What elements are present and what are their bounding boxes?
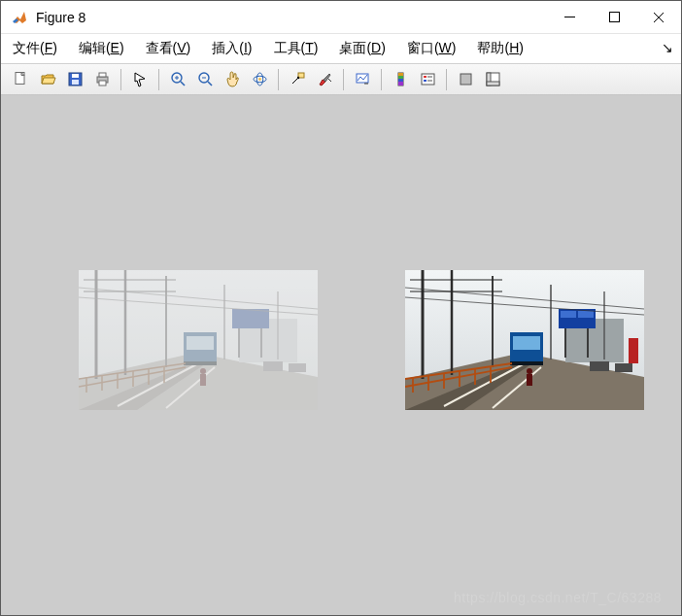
save-button[interactable] — [62, 67, 87, 92]
toolbar-separator — [343, 69, 344, 90]
svg-rect-9 — [99, 73, 106, 77]
svg-rect-32 — [424, 80, 426, 82]
brush-button[interactable] — [312, 67, 337, 92]
svg-rect-105 — [527, 374, 532, 386]
svg-rect-107 — [615, 363, 632, 372]
svg-rect-26 — [398, 73, 403, 76]
toolbar-separator — [278, 69, 279, 90]
link-plots-button[interactable] — [350, 67, 375, 92]
subplot-left-image[interactable] — [79, 270, 318, 410]
svg-rect-106 — [590, 361, 609, 371]
window-title: Figure 8 — [36, 10, 547, 25]
edit-plot-button[interactable] — [127, 67, 153, 92]
rotate3d-button[interactable] — [247, 67, 272, 92]
menu-help[interactable]: 帮助(H) — [477, 40, 523, 57]
svg-rect-80 — [561, 311, 576, 318]
close-button[interactable] — [636, 1, 681, 34]
svg-rect-7 — [72, 80, 79, 85]
svg-point-20 — [258, 78, 261, 81]
title-bar: Figure 8 — [1, 1, 681, 34]
menu-edit[interactable]: 编辑(E) — [79, 40, 124, 57]
toolbar-separator — [381, 69, 382, 90]
zoom-out-button[interactable] — [192, 67, 218, 92]
figure-canvas[interactable]: https://blog.csdn.net/T_C/63288 — [1, 95, 681, 615]
svg-rect-38 — [487, 82, 499, 86]
svg-rect-35 — [460, 74, 471, 85]
svg-point-23 — [296, 77, 298, 79]
svg-rect-81 — [578, 311, 594, 318]
pan-button[interactable] — [220, 67, 245, 92]
svg-rect-85 — [513, 336, 540, 350]
svg-line-22 — [292, 78, 298, 84]
menu-file[interactable]: 文件(F) — [13, 40, 57, 57]
svg-rect-108 — [629, 338, 638, 363]
show-plot-tools-button[interactable] — [480, 67, 505, 92]
svg-rect-30 — [422, 74, 434, 85]
subplot-right-image[interactable] — [405, 270, 644, 410]
svg-line-12 — [181, 82, 185, 86]
menu-bar: 文件(F) 编辑(E) 查看(V) 插入(I) 工具(T) 桌面(D) 窗口(W… — [1, 34, 681, 63]
svg-rect-28 — [398, 79, 403, 82]
svg-rect-6 — [72, 74, 79, 78]
data-cursor-button[interactable] — [285, 67, 310, 92]
insert-colorbar-button[interactable] — [388, 67, 413, 92]
minimize-button[interactable] — [547, 1, 592, 34]
menu-insert[interactable]: 插入(I) — [212, 40, 252, 57]
zoom-in-button[interactable] — [165, 67, 190, 92]
new-figure-button[interactable] — [8, 67, 33, 92]
toolbar-separator — [120, 69, 121, 90]
menu-window[interactable]: 窗口(W) — [407, 40, 457, 57]
svg-line-16 — [208, 82, 212, 86]
svg-rect-72 — [79, 270, 318, 410]
toolbar-separator — [158, 69, 159, 90]
toolbar-separator — [446, 69, 447, 90]
svg-rect-10 — [99, 81, 106, 86]
svg-rect-29 — [398, 82, 403, 86]
insert-legend-button[interactable] — [415, 67, 440, 92]
hide-plot-tools-button[interactable] — [453, 67, 478, 92]
watermark-text: https://blog.csdn.net/T_C/63288 — [454, 590, 662, 605]
svg-point-104 — [527, 368, 532, 374]
figure-toolbar — [1, 63, 681, 95]
svg-rect-1 — [609, 13, 619, 22]
print-button[interactable] — [89, 67, 115, 92]
dock-arrow-icon[interactable]: ↘ — [662, 40, 673, 55]
menu-tools[interactable]: 工具(T) — [274, 40, 319, 57]
maximize-button[interactable] — [592, 1, 636, 34]
open-button[interactable] — [35, 67, 60, 92]
svg-rect-86 — [510, 361, 543, 365]
menu-view[interactable]: 查看(V) — [146, 40, 191, 57]
menu-desktop[interactable]: 桌面(D) — [339, 40, 385, 57]
svg-rect-31 — [424, 76, 426, 78]
matlab-icon — [11, 9, 28, 26]
svg-rect-27 — [398, 76, 403, 79]
